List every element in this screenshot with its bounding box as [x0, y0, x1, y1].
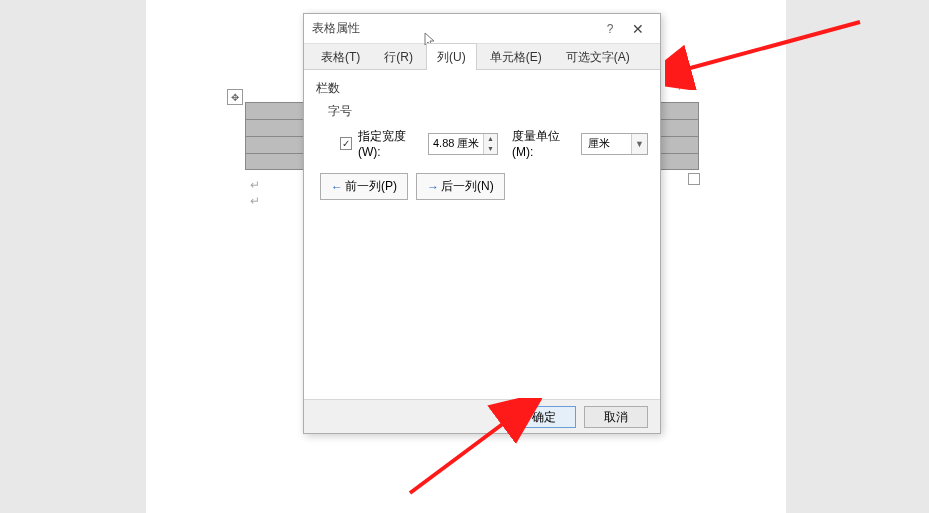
prev-column-button[interactable]: ← 前一列(P) [320, 173, 408, 200]
specify-width-label: 指定宽度(W): [358, 128, 422, 159]
column-nav-buttons: ← 前一列(P) → 后一列(N) [320, 173, 648, 200]
sub-label-size: 字号 [328, 103, 648, 120]
group-label-columns: 栏数 [316, 80, 648, 97]
spinner-down[interactable]: ▼ [484, 144, 497, 154]
spinner-up[interactable]: ▲ [484, 134, 497, 144]
unit-value: 厘米 [582, 136, 631, 151]
dialog-footer: 确定 取消 [304, 399, 660, 433]
prev-column-label: 前一列(P) [345, 178, 397, 195]
tab-row[interactable]: 行(R) [373, 43, 424, 70]
unit-label: 度量单位(M): [512, 128, 575, 159]
tab-cell[interactable]: 单元格(E) [479, 43, 553, 70]
table-properties-dialog: 表格属性 ? ✕ 表格(T) 行(R) 列(U) 单元格(E) 可选文字(A) … [303, 13, 661, 434]
tab-column[interactable]: 列(U) [426, 43, 477, 70]
specify-width-checkbox[interactable]: ✓ [340, 137, 352, 150]
dialog-titlebar: 表格属性 ? ✕ [304, 14, 660, 44]
paragraph-mark: ↵ [250, 194, 260, 208]
chevron-down-icon[interactable]: ▼ [631, 134, 647, 154]
ok-button[interactable]: 确定 [512, 406, 576, 428]
paragraph-mark: ↵ [250, 178, 260, 192]
table-resize-handle[interactable] [688, 173, 700, 185]
tab-strip: 表格(T) 行(R) 列(U) 单元格(E) 可选文字(A) [304, 44, 660, 70]
help-button[interactable]: ? [596, 22, 624, 36]
tab-content: 栏数 字号 ✓ 指定宽度(W): ▲ ▼ 度量单位(M): 厘米 ▼ ← 前一列… [304, 70, 660, 400]
close-button[interactable]: ✕ [624, 21, 652, 37]
width-input[interactable] [429, 134, 483, 154]
next-column-button[interactable]: → 后一列(N) [416, 173, 505, 200]
dialog-title: 表格属性 [312, 20, 596, 37]
tab-alt-text[interactable]: 可选文字(A) [555, 43, 641, 70]
width-row: ✓ 指定宽度(W): ▲ ▼ 度量单位(M): 厘米 ▼ [340, 128, 648, 159]
next-column-label: 后一列(N) [441, 178, 494, 195]
arrow-right-icon: → [427, 180, 439, 194]
arrow-left-icon: ← [331, 180, 343, 194]
unit-select[interactable]: 厘米 ▼ [581, 133, 648, 155]
tab-table[interactable]: 表格(T) [310, 43, 371, 70]
cancel-button[interactable]: 取消 [584, 406, 648, 428]
table-move-handle[interactable]: ✥ [227, 89, 243, 105]
width-spinner[interactable]: ▲ ▼ [428, 133, 498, 155]
corner-mark: ⌐ [678, 78, 686, 94]
